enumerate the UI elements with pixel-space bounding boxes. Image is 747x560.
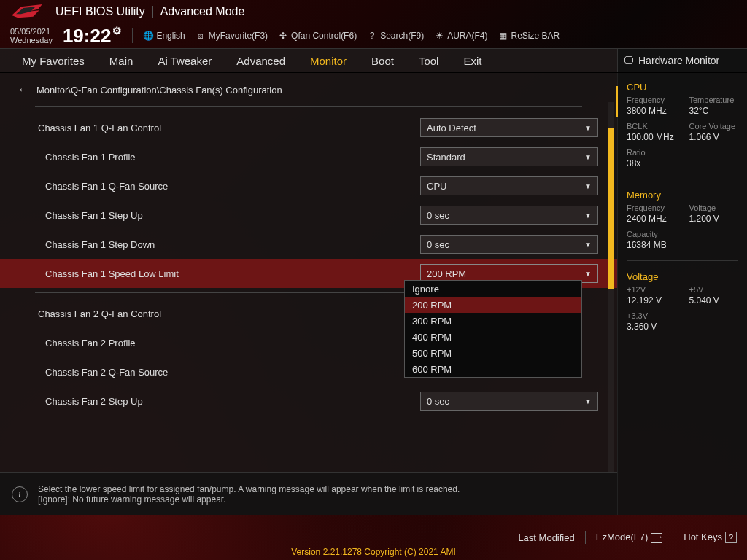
myfavorite-button[interactable]: ⧇MyFavorite(F3) <box>196 31 268 41</box>
footer: Last Modified EzMode(F7) Hot Keys? Versi… <box>0 515 747 560</box>
chevron-down-icon: ▼ <box>584 241 592 249</box>
dropdown-option[interactable]: 500 RPM <box>405 345 581 361</box>
voltage-3v3: 3.360 V <box>627 322 676 332</box>
qfan-button[interactable]: ✣Qfan Control(F6) <box>278 31 357 41</box>
resize-icon: ▦ <box>498 31 508 41</box>
select-value: CPU <box>427 181 446 192</box>
select-value: 0 sec <box>427 396 449 407</box>
chevron-down-icon: ▼ <box>584 153 592 161</box>
setting-select[interactable]: Standard▼ <box>420 147 598 166</box>
dropdown-option[interactable]: 400 RPM <box>405 329 581 345</box>
setting-row[interactable]: Chassis Fan 1 ProfileStandard▼ <box>0 142 617 171</box>
aura-icon: ☀ <box>434 31 444 41</box>
date-block: 05/05/2021 Wednesday <box>10 27 53 44</box>
dropdown-option[interactable]: 300 RPM <box>405 313 581 329</box>
hardware-monitor-panel: CPU Frequency3800 MHz Temperature32°C BC… <box>617 73 747 515</box>
mode-title: Advanced Mode <box>160 5 245 18</box>
memory-section-title: Memory <box>627 190 738 201</box>
setting-row[interactable]: Chassis Fan 2 Step Up0 sec▼ <box>0 386 617 416</box>
hotkeys-icon: ? <box>725 532 737 543</box>
select-value: 0 sec <box>427 239 449 250</box>
time-display: 19:22⚙ <box>63 25 123 47</box>
resizebar-button[interactable]: ▦ReSize BAR <box>498 31 560 41</box>
chevron-down-icon: ▼ <box>584 270 592 278</box>
setting-label: Chassis Fan 2 Step Up <box>45 396 420 407</box>
globe-icon: 🌐 <box>143 31 153 41</box>
tab-exit[interactable]: Exit <box>463 55 481 67</box>
aura-button[interactable]: ☀AURA(F4) <box>434 31 487 41</box>
select-value: 0 sec <box>427 210 449 221</box>
dropdown-option[interactable]: Ignore <box>405 281 581 297</box>
mem-capacity: 16384 MB <box>627 240 676 250</box>
mem-voltage: 1.200 V <box>689 214 739 224</box>
main-panel: ← Monitor\Q-Fan Configuration\Chassis Fa… <box>0 73 617 515</box>
select-value: 200 RPM <box>427 268 466 279</box>
hw-monitor-header: 🖵 Hardware Monitor <box>617 49 747 72</box>
last-modified-button[interactable]: Last Modified <box>518 532 574 543</box>
monitor-icon: 🖵 <box>624 55 634 66</box>
select-value: Standard <box>427 152 465 163</box>
tab-my-favorites[interactable]: My Favorites <box>22 55 85 67</box>
chevron-down-icon: ▼ <box>584 397 592 405</box>
ezmode-button[interactable]: EzMode(F7) <box>596 532 663 543</box>
cpu-bclk: 100.00 MHz <box>627 132 676 142</box>
setting-select[interactable]: 0 sec▼ <box>420 235 598 254</box>
cpu-temperature: 32°C <box>689 106 739 116</box>
speed-limit-dropdown[interactable]: Ignore200 RPM300 RPM400 RPM500 RPM600 RP… <box>404 280 582 378</box>
ezmode-icon <box>651 533 662 543</box>
dropdown-option[interactable]: 200 RPM <box>405 297 581 313</box>
version-text: Version 2.21.1278 Copyright (C) 2021 AMI <box>0 547 747 560</box>
language-button[interactable]: 🌐English <box>143 31 185 41</box>
rog-logo <box>9 3 45 20</box>
search-button[interactable]: ?Search(F9) <box>367 31 424 41</box>
voltage-12v: 12.192 V <box>627 295 676 306</box>
chevron-down-icon: ▼ <box>584 211 592 219</box>
setting-label: Chassis Fan 1 Profile <box>45 152 420 163</box>
setting-row[interactable]: Chassis Fan 1 Q-Fan SourceCPU▼ <box>0 171 617 201</box>
tab-ai-tweaker[interactable]: Ai Tweaker <box>158 55 212 67</box>
setting-select[interactable]: Auto Detect▼ <box>420 118 598 137</box>
info-bar: 05/05/2021 Wednesday 19:22⚙ 🌐English ⧇My… <box>0 23 747 48</box>
info-icon: i <box>12 486 28 502</box>
back-arrow-icon[interactable]: ← <box>18 83 29 96</box>
tab-bar: My FavoritesMainAi TweakerAdvancedMonito… <box>0 48 747 73</box>
tab-tool[interactable]: Tool <box>419 55 439 67</box>
tab-advanced[interactable]: Advanced <box>236 55 285 67</box>
setting-row[interactable]: Chassis Fan 1 Step Up0 sec▼ <box>0 201 617 230</box>
setting-select[interactable]: 0 sec▼ <box>420 206 598 225</box>
setting-label: Chassis Fan 1 Speed Low Limit <box>45 268 420 279</box>
dropdown-option[interactable]: 600 RPM <box>405 361 581 377</box>
search-icon: ? <box>367 31 377 41</box>
setting-label: Chassis Fan 1 Step Down <box>45 239 420 250</box>
setting-row[interactable]: Chassis Fan 1 Q-Fan ControlAuto Detect▼ <box>0 113 617 142</box>
setting-select[interactable]: CPU▼ <box>420 176 598 195</box>
cpu-core-voltage: 1.066 V <box>689 132 739 142</box>
setting-label: Chassis Fan 1 Q-Fan Control <box>38 122 420 133</box>
hotkeys-button[interactable]: Hot Keys? <box>684 532 737 543</box>
settings-gear-icon[interactable]: ⚙ <box>112 25 122 36</box>
tab-boot[interactable]: Boot <box>371 55 394 67</box>
tab-main[interactable]: Main <box>109 55 133 67</box>
scrollbar-thumb[interactable] <box>608 128 614 289</box>
chevron-down-icon: ▼ <box>584 124 592 132</box>
select-value: Auto Detect <box>427 122 476 133</box>
mem-frequency: 2400 MHz <box>627 214 676 224</box>
scrollbar-track[interactable] <box>608 102 614 472</box>
voltage-5v: 5.040 V <box>689 295 739 306</box>
setting-select[interactable]: 0 sec▼ <box>420 392 598 411</box>
tab-monitor[interactable]: Monitor <box>310 55 347 67</box>
voltage-section-title: Voltage <box>627 271 738 282</box>
title-bar: UEFI BIOS Utility Advanced Mode <box>0 0 747 23</box>
cpu-frequency: 3800 MHz <box>627 106 676 116</box>
fan-icon: ✣ <box>278 31 288 41</box>
cpu-ratio: 38x <box>627 158 676 168</box>
app-title: UEFI BIOS Utility <box>55 5 145 18</box>
setting-label: Chassis Fan 1 Q-Fan Source <box>45 181 420 192</box>
breadcrumb: Monitor\Q-Fan Configuration\Chassis Fan(… <box>36 85 282 96</box>
setting-row[interactable]: Chassis Fan 1 Step Down0 sec▼ <box>0 230 617 259</box>
cpu-section-title: CPU <box>627 82 738 93</box>
help-panel: i Select the lower speed limit for assig… <box>0 472 617 515</box>
setting-label: Chassis Fan 1 Step Up <box>45 210 420 221</box>
star-icon: ⧇ <box>196 31 206 41</box>
chevron-down-icon: ▼ <box>584 182 592 190</box>
